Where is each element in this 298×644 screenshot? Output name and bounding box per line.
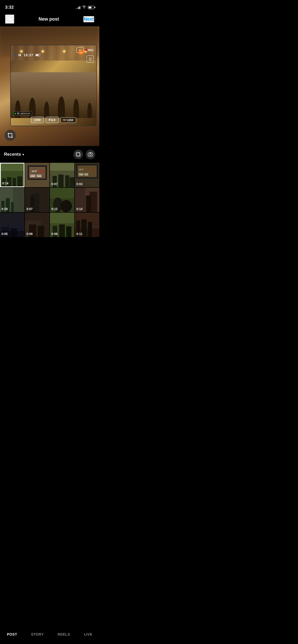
thumb-image-2: 15:27 ●REC 1/50 F4.0 (25, 163, 49, 187)
thumbnail-3[interactable]: 0:07 (50, 163, 74, 187)
nav-bar: ✕ New post Next (0, 13, 99, 26)
battery-icon (88, 6, 94, 9)
camera-top-bar: 🎥 M 15:27 ↩ R (13, 47, 94, 63)
crop-icon (8, 133, 13, 138)
shutter-speed[interactable]: 1/50 (31, 117, 44, 123)
thumbnail-2[interactable]: 15:27 ●REC 1/50 F4.0 (25, 163, 49, 187)
svg-text:1/50: 1/50 (79, 174, 83, 175)
svg-rect-55 (86, 196, 91, 212)
camera-mode: 🎥 M 15:27 (13, 53, 40, 57)
camera-time: 15:27 (24, 53, 33, 57)
mode-label: M (18, 53, 21, 57)
chevron-down-icon: ▾ (22, 153, 24, 156)
thumb-duration-1: 0:14 (2, 182, 8, 185)
multi-select-button[interactable] (73, 150, 83, 159)
svg-rect-64 (38, 226, 44, 237)
svg-rect-28 (65, 175, 70, 187)
gallery-header: Recents ▾ (0, 146, 99, 163)
signal-bar-4 (79, 6, 80, 9)
iso-label: ISO (63, 119, 67, 121)
thumb-duration-10: 0:09 (26, 232, 33, 236)
camera-rec-indicator: REC (85, 49, 94, 52)
thumb-duration-9: 0:05 (2, 232, 8, 236)
svg-rect-7 (88, 153, 93, 156)
thumb-duration-7: 0:12 (51, 207, 58, 211)
svg-text:F4.0: F4.0 (37, 175, 41, 177)
thumb-duration-12: 0:11 (76, 232, 83, 236)
camera-screen-inner: 🎥 M 15:27 ↩ R (11, 45, 96, 126)
camera-background: 🎥 M 15:27 ↩ R (0, 26, 99, 146)
multi-select-icon (76, 152, 81, 157)
camera-icon: 🎥 (13, 53, 17, 57)
signal-bars-icon (76, 6, 80, 9)
main-preview: 🎥 M 15:27 ↩ R (0, 26, 99, 146)
camera-right-buttons: ↩ REC Q (76, 47, 94, 63)
svg-rect-27 (58, 174, 64, 187)
thumb-duration-4: 0:03 (76, 182, 83, 186)
svg-rect-68 (59, 224, 65, 237)
servo-af-indicator: 📷 SERVO AF (13, 111, 32, 115)
svg-rect-5 (76, 152, 80, 156)
iso-value: 1250 (67, 119, 73, 122)
recents-label: Recents (4, 152, 21, 157)
svg-rect-43 (11, 202, 13, 212)
servo-label: SERVO AF (20, 112, 31, 115)
aperture[interactable]: F4.0 (46, 117, 59, 123)
svg-text:1/50: 1/50 (31, 175, 34, 177)
camera-bottom-bar: 1/50 F4.0 ISO 1250 (11, 117, 96, 123)
thumb-duration-11: 0:06 (51, 232, 58, 236)
svg-text:15:27: 15:27 (79, 168, 83, 171)
camera-battery (35, 54, 40, 56)
thumbnail-4[interactable]: 15:27 ●REC 1/50 F4.0 0:03 (75, 163, 99, 187)
recents-dropdown-button[interactable]: Recents ▾ (4, 152, 24, 157)
battery-fill (89, 7, 91, 8)
svg-rect-13 (12, 178, 16, 186)
servo-icon: 📷 (17, 112, 20, 115)
camera-launch-icon (88, 152, 93, 157)
gallery-actions (73, 150, 95, 159)
camera-screen: 🎥 M 15:27 ↩ R (10, 45, 97, 126)
thumbnail-9[interactable]: 0:05 (0, 213, 24, 237)
svg-text:●REC: ●REC (39, 170, 45, 172)
thumbnail-10[interactable]: 0:09 (25, 213, 49, 237)
camera-q-button[interactable]: Q (87, 55, 94, 63)
thumbnail-7[interactable]: 0:12 (50, 188, 74, 212)
svg-point-8 (89, 154, 91, 155)
camera-battery-fill (36, 54, 38, 56)
rec-label: REC (88, 49, 94, 52)
thumb-duration-8: 0:14 (76, 207, 83, 211)
svg-rect-74 (88, 222, 92, 237)
thumbnail-1[interactable]: 0:14 (0, 163, 24, 187)
signal-bar-1 (76, 8, 76, 9)
svg-rect-29 (70, 177, 74, 187)
thumb-duration-5: 0:28 (2, 207, 8, 211)
svg-text:F4.0: F4.0 (85, 174, 88, 175)
iso-setting[interactable]: ISO 1250 (60, 117, 76, 123)
thumbnail-5[interactable]: 0:28 (0, 188, 24, 212)
close-button[interactable]: ✕ (5, 14, 14, 24)
crop-button[interactable] (5, 130, 16, 141)
svg-rect-0 (8, 134, 12, 137)
camera-back-button[interactable]: ↩ (76, 47, 84, 53)
svg-rect-32 (77, 165, 97, 177)
svg-rect-10 (1, 164, 24, 171)
thumbnail-11[interactable]: 0:06 (50, 213, 74, 237)
thumbnail-12[interactable]: 0:11 (75, 213, 99, 237)
next-button[interactable]: Next (83, 16, 94, 22)
camera-ui-overlay: 🎥 M 15:27 ↩ R (11, 45, 96, 126)
signal-bar-3 (78, 7, 79, 9)
thumbnail-grid: 0:14 15:27 ●REC 1/50 F4.0 0:07 (0, 163, 99, 237)
camera-launch-button[interactable] (86, 150, 95, 159)
svg-rect-66 (50, 213, 74, 223)
status-time: 3:32 (5, 5, 14, 10)
thumb-duration-3: 0:07 (51, 182, 58, 186)
thumbnail-8[interactable]: 0:14 (75, 188, 99, 212)
svg-text:15:27: 15:27 (32, 170, 37, 172)
thumbnail-6[interactable]: 0:07 (25, 188, 49, 212)
page-title: New post (38, 17, 59, 22)
servo-dot (15, 113, 16, 114)
status-bar: 3:32 (0, 0, 99, 13)
svg-rect-14 (17, 176, 22, 186)
thumb-duration-6: 0:07 (26, 207, 33, 211)
rec-dot (85, 49, 87, 51)
